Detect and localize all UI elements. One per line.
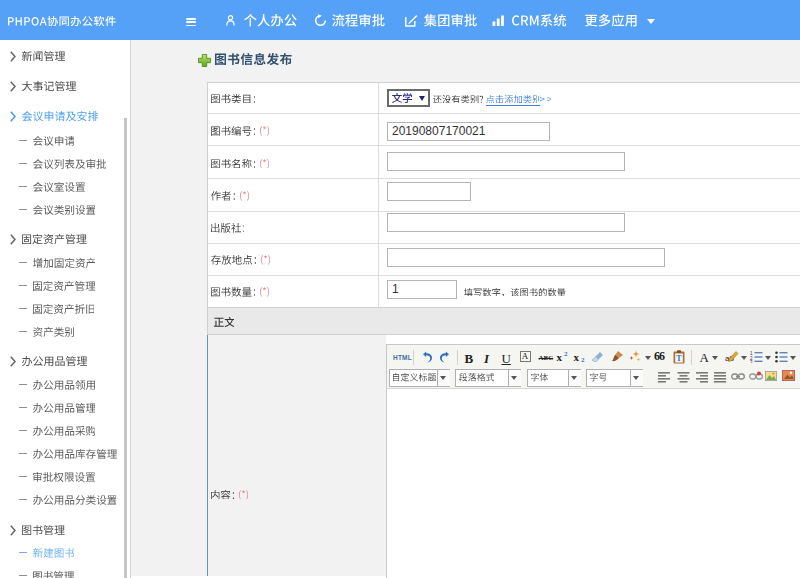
svg-text:3: 3 (750, 360, 753, 364)
svg-text:T: T (676, 354, 682, 363)
